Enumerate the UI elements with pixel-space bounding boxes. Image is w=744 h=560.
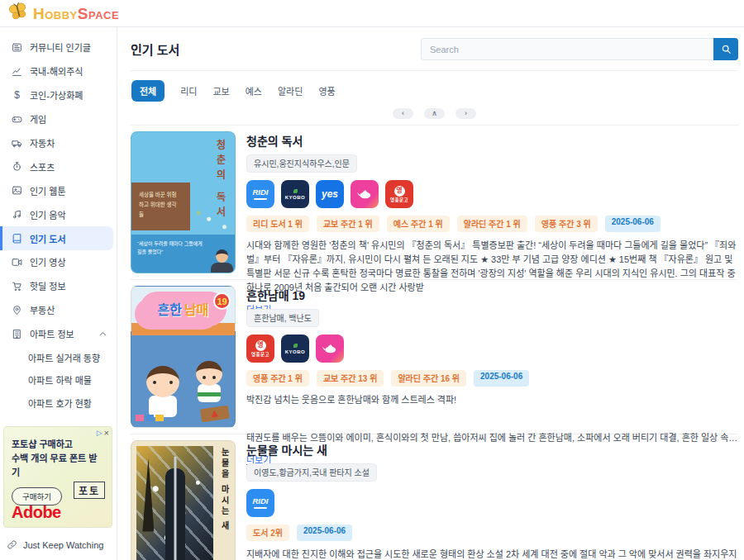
store-youngpoong-icon[interactable]: 영영풍문고	[385, 180, 413, 208]
ad-headline: 포토샵 구매하고 수백 개의 무료 폰트 받기	[12, 438, 104, 480]
tab-youngpoong[interactable]: 영풍	[318, 81, 335, 101]
book-cover[interactable]: 청춘의 독서 세상을 바꾼 위험하고 위대한 생각들 “세상이 두려울 때마다 …	[131, 131, 236, 273]
pager: ‹ ∧ ›	[131, 104, 738, 125]
book-title[interactable]: 청춘의 독서	[246, 132, 738, 149]
search-bar	[421, 38, 738, 60]
building-icon	[12, 329, 22, 339]
book-card: 흔한남매 19 흔한남매 19 흔한남매, 백난도 영영풍문고 KYOBO	[131, 279, 738, 434]
book-icon	[12, 233, 22, 244]
page: HobbySpace 커뮤니티 인기글 국내-해외주식 $ 코인-가상화폐 게임	[0, 0, 744, 560]
tab-kyobo[interactable]: 교보	[213, 81, 230, 101]
book-tag: 흔한남매, 백난도	[246, 309, 319, 327]
store-ridi-icon[interactable]: RIDI	[246, 180, 274, 208]
store-ridi-icon[interactable]: RIDI	[246, 489, 274, 517]
book-title[interactable]: 눈물을 마시는 새	[246, 441, 738, 458]
dollar-icon: $	[12, 89, 22, 101]
rank-badge: 도서 2위	[246, 524, 289, 541]
sidebar-item-webtoon[interactable]: 인기 웹툰	[0, 178, 113, 202]
store-kyobo-icon[interactable]: KYOBO	[281, 335, 309, 363]
rank-badge: 예스 주간 1 위	[387, 216, 450, 232]
search-input[interactable]	[421, 38, 713, 60]
sidebar-item-music[interactable]: 인기 음악	[0, 202, 113, 226]
book-card: 눈물을 마시는 새 HUMAN 눈물을 마시는 새 이영도,황금가지,국내 판타…	[131, 434, 738, 560]
date-badge: 2025-06-06	[605, 216, 661, 232]
rank-badge: 리디 도서 1 위	[246, 216, 309, 232]
stopwatch-icon	[12, 161, 22, 172]
news-icon	[12, 42, 22, 53]
search-icon	[721, 44, 732, 55]
sidebar-item-hotdeal[interactable]: 핫딜 정보	[0, 274, 113, 298]
book-tag: 유시민,웅진지식하우스,인문	[246, 154, 357, 173]
rank-badge: 교보 주간 13 위	[317, 370, 384, 387]
sidebar-item-realestate[interactable]: 부동산	[0, 298, 113, 322]
sidebar-subitem-apartment-drops[interactable]: 아파트 하락 매물	[0, 368, 113, 392]
book-cover[interactable]: 눈물을 마시는 새 HUMAN	[131, 440, 236, 560]
store-youngpoong-icon[interactable]: 영영풍문고	[246, 335, 274, 363]
pager-prev-button[interactable]: ‹	[393, 108, 413, 119]
book-tag: 이영도,황금가지,국내 판타지 소설	[246, 463, 377, 482]
book-list: 청춘의 독서 세상을 바꾼 위험하고 위대한 생각들 “세상이 두려울 때마다 …	[131, 125, 738, 560]
store-filter-tabs: 전체 리디 교보 예스 알라딘 영풍	[131, 71, 738, 104]
gamepad-icon	[12, 114, 22, 125]
sidebar-subitem-apartment-asking[interactable]: 아파트 호가 현황	[0, 392, 113, 415]
brand-wordmark[interactable]: HobbySpace	[33, 6, 119, 21]
sidebar-item-books[interactable]: 인기 도서	[0, 226, 113, 250]
store-aladin-icon[interactable]	[351, 180, 379, 208]
sidebar-item-game[interactable]: 게임	[0, 107, 113, 131]
tab-aladin[interactable]: 알라딘	[278, 81, 303, 101]
book-description: 박진감 넘치는 웃음으로 흔한남매와 함께 스트레스 격파!	[246, 393, 738, 407]
main-content: 인기 도서 전체 리디 교보 예스 알라딘 영풍 ‹ ∧ ›	[117, 27, 744, 560]
sidebar-item-car[interactable]: 자동차	[0, 131, 113, 155]
footer-link[interactable]: Just Keep Watching	[0, 533, 113, 555]
photoshop-graphic: 포토	[74, 482, 105, 499]
genie-lamp-icon	[322, 343, 338, 354]
search-button[interactable]	[713, 38, 738, 60]
rank-badge: 교보 주간 1 위	[317, 216, 379, 232]
image-icon	[12, 185, 22, 196]
sidebar-subitem-apartment-trades[interactable]: 아파트 실거래 동향	[0, 346, 113, 369]
tab-ridi[interactable]: 리디	[180, 81, 197, 101]
store-aladin-icon[interactable]	[316, 335, 344, 363]
sidebar-item-coin[interactable]: $ 코인-가상화폐	[0, 83, 113, 107]
sidebar-item-apartment[interactable]: 아파트 정보	[0, 322, 113, 346]
date-badge: 2025-06-06	[474, 370, 529, 387]
rank-badge: 영풍 주간 1 위	[246, 370, 309, 387]
ad-banner[interactable]: ▷ × 포토샵 구매하고 수백 개의 무료 폰트 받기 구매하기 포토 Adob…	[3, 426, 112, 528]
main-header: 인기 도서	[131, 27, 738, 71]
tab-all[interactable]: 전체	[131, 80, 165, 102]
ad-close-icon[interactable]: ×	[104, 429, 109, 438]
pager-next-button[interactable]: ›	[455, 108, 476, 119]
store-yes24-icon[interactable]: yes	[316, 180, 344, 208]
sidebar-item-stocks[interactable]: 국내-해외주식	[0, 59, 113, 83]
sidebar-item-video[interactable]: 인기 영상	[0, 250, 113, 274]
volume-badge: 19	[213, 292, 231, 310]
video-icon	[12, 257, 22, 268]
cart-icon	[12, 281, 22, 292]
book-card: 청춘의 독서 세상을 바꾼 위험하고 위대한 생각들 “세상이 두려울 때마다 …	[131, 125, 738, 279]
page-title: 인기 도서	[131, 40, 179, 58]
sidebar: 커뮤니티 인기글 국내-해외주식 $ 코인-가상화폐 게임 자동차 스포츠	[0, 27, 117, 560]
store-kyobo-icon[interactable]: KYOBO	[281, 180, 309, 208]
sidebar-item-sports[interactable]: 스포츠	[0, 154, 113, 178]
map-pin-icon	[12, 305, 22, 316]
book-description: 지배자에 대한 진지한 이해와 접근을 시도한 새로운 형태의 환상 소설 2차…	[246, 548, 738, 560]
rank-badge: 알라딘 주간 16 위	[391, 370, 466, 387]
chevron-up-icon	[98, 329, 108, 339]
rank-badge: 알라딘 주간 1 위	[457, 216, 527, 232]
car-icon	[12, 138, 22, 149]
tab-yes[interactable]: 예스	[246, 81, 262, 101]
book-cover[interactable]: 흔한남매 19	[131, 286, 236, 428]
chart-icon	[12, 66, 22, 77]
adobe-logo: Adobe	[12, 503, 61, 522]
butterfly-logo-icon[interactable]	[8, 2, 28, 25]
genie-lamp-icon	[356, 188, 373, 200]
rank-badge: 영풍 주간 3 위	[535, 216, 598, 232]
date-badge: 2025-06-06	[297, 524, 352, 541]
link-icon	[7, 539, 17, 550]
app-header: HobbySpace	[0, 0, 744, 27]
music-note-icon	[12, 209, 22, 220]
pager-up-button[interactable]: ∧	[424, 108, 445, 119]
sidebar-item-community[interactable]: 커뮤니티 인기글	[0, 36, 113, 59]
adchoices-icon[interactable]: ▷	[97, 429, 103, 437]
book-title[interactable]: 흔한남매 19	[246, 287, 738, 303]
